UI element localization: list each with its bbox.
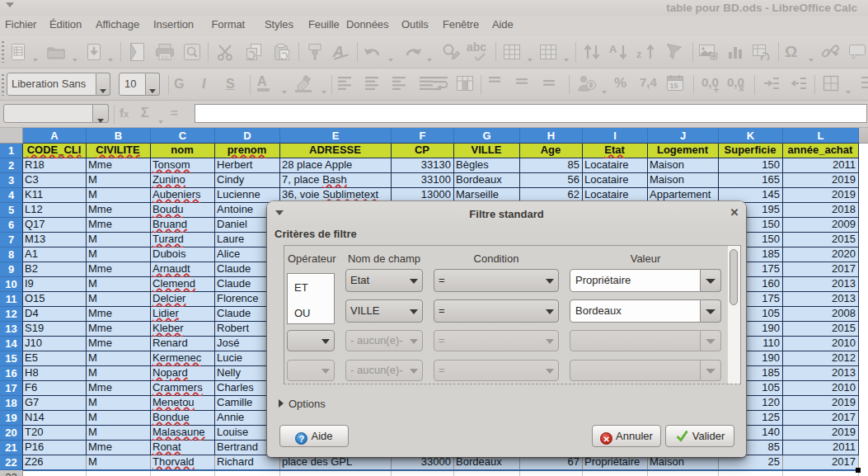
svg-text:15: 15 [670,82,678,90]
